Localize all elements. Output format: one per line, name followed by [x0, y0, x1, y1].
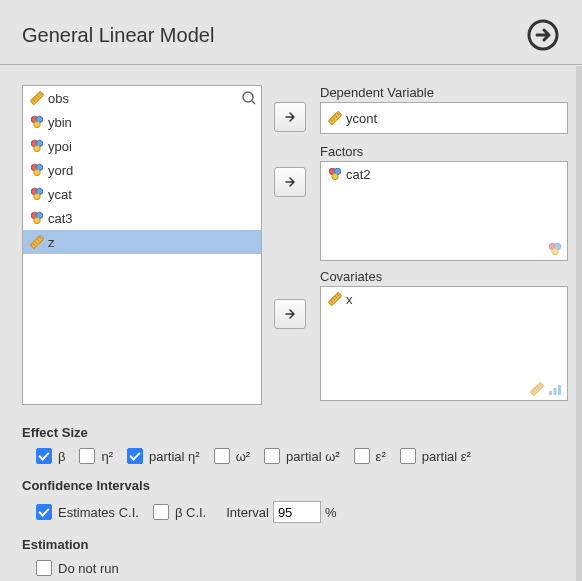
factors-item-label: cat2 — [346, 167, 371, 182]
move-to-dependent-button[interactable] — [274, 102, 306, 132]
arrow-right-icon — [283, 307, 297, 321]
factors-label: Factors — [320, 144, 568, 159]
partial_epsilon2-checkbox[interactable] — [400, 448, 416, 464]
ruler-icon — [327, 291, 343, 307]
variable-list[interactable]: obsybinypoiyordycatcat3z — [22, 85, 262, 405]
variable-item-label: ypoi — [48, 139, 72, 154]
partial_eta2-label: partial η² — [149, 449, 200, 464]
svg-point-1 — [243, 92, 253, 102]
arrow-right-icon — [283, 175, 297, 189]
effect-size-heading: Effect Size — [22, 425, 568, 440]
svg-rect-50 — [554, 388, 557, 395]
confidence-heading: Confidence Intervals — [22, 478, 568, 493]
variable-item-label: ycat — [48, 187, 72, 202]
nominal-icon — [29, 114, 45, 130]
covariates-permitted-icons — [529, 381, 563, 397]
partial_omega2-checkbox[interactable] — [264, 448, 280, 464]
svg-point-13 — [34, 145, 40, 151]
epsilon2-label: ε² — [376, 449, 386, 464]
variable-item-label: yord — [48, 163, 73, 178]
search-icon[interactable] — [241, 90, 257, 109]
svg-line-2 — [252, 101, 255, 104]
scrollbar[interactable] — [576, 66, 582, 581]
dependent-item[interactable]: ycont — [321, 103, 567, 133]
move-buttons-column — [274, 85, 308, 405]
svg-rect-51 — [558, 385, 561, 395]
variable-item-label: obs — [48, 91, 69, 106]
nominal-icon — [29, 138, 45, 154]
svg-rect-49 — [549, 391, 552, 395]
ruler-icon — [29, 90, 45, 106]
variable-item-ycat[interactable]: ycat — [23, 182, 261, 206]
dependent-item-label: ycont — [346, 111, 377, 126]
partial_epsilon2-label: partial ε² — [422, 449, 471, 464]
epsilon2-checkbox[interactable] — [354, 448, 370, 464]
factors-permitted-icons — [547, 241, 563, 257]
covariates-box[interactable]: x — [320, 286, 568, 401]
svg-point-38 — [552, 248, 558, 254]
eta2-checkbox[interactable] — [79, 448, 95, 464]
interval-unit: % — [325, 505, 337, 520]
nominal-icon — [327, 166, 343, 182]
variable-item-cat3[interactable]: cat3 — [23, 206, 261, 230]
partial_eta2-checkbox[interactable] — [127, 448, 143, 464]
svg-rect-3 — [30, 91, 43, 104]
svg-point-10 — [34, 121, 40, 127]
factors-item[interactable]: cat2 — [321, 162, 567, 186]
covariates-item-label: x — [346, 292, 353, 307]
beta-label: β — [58, 449, 65, 464]
arrow-right-icon — [283, 110, 297, 124]
header: General Linear Model — [0, 0, 582, 65]
svg-point-35 — [332, 173, 338, 179]
svg-rect-28 — [328, 111, 341, 124]
svg-rect-39 — [328, 292, 341, 305]
estimation-heading: Estimation — [22, 537, 568, 552]
ruler-icon — [29, 234, 45, 250]
nominal-icon — [29, 186, 45, 202]
nominal-icon — [29, 162, 45, 178]
beta-ci-label: β C.I. — [175, 505, 206, 520]
covariates-label: Covariates — [320, 269, 568, 284]
variable-item-obs[interactable]: obs — [23, 86, 261, 110]
svg-rect-23 — [30, 235, 43, 248]
variable-item-label: ybin — [48, 115, 72, 130]
estimates-ci-checkbox[interactable] — [36, 504, 52, 520]
svg-rect-44 — [530, 382, 543, 395]
variable-item-ypoi[interactable]: ypoi — [23, 134, 261, 158]
variable-item-ybin[interactable]: ybin — [23, 110, 261, 134]
interval-input[interactable] — [273, 501, 321, 523]
beta-ci-checkbox[interactable] — [153, 504, 169, 520]
interval-label: Interval — [226, 505, 269, 520]
svg-point-22 — [34, 217, 40, 223]
move-to-factors-button[interactable] — [274, 167, 306, 197]
partial_omega2-label: partial ω² — [286, 449, 340, 464]
factors-box[interactable]: cat2 — [320, 161, 568, 261]
move-to-covariates-button[interactable] — [274, 299, 306, 329]
eta2-label: η² — [101, 449, 113, 464]
estimation-section: Estimation Do not run — [22, 537, 568, 576]
beta-checkbox[interactable] — [36, 448, 52, 464]
estimates-ci-label: Estimates C.I. — [58, 505, 139, 520]
variable-item-yord[interactable]: yord — [23, 158, 261, 182]
do-not-run-label: Do not run — [58, 561, 119, 576]
variable-item-label: z — [48, 235, 55, 250]
confidence-section: Confidence Intervals Estimates C.I. β C.… — [22, 478, 568, 523]
dependent-box[interactable]: ycont — [320, 102, 568, 134]
omega2-label: ω² — [236, 449, 250, 464]
ruler-icon — [327, 110, 343, 126]
omega2-checkbox[interactable] — [214, 448, 230, 464]
svg-point-19 — [34, 193, 40, 199]
effect-size-section: Effect Size βη²partial η²ω²partial ω²ε²p… — [22, 425, 568, 464]
arrow-right-circle-icon — [526, 18, 560, 52]
page-title: General Linear Model — [22, 24, 214, 47]
variable-item-z[interactable]: z — [23, 230, 261, 254]
do-not-run-checkbox[interactable] — [36, 560, 52, 576]
proceed-button[interactable] — [526, 18, 560, 52]
nominal-icon — [29, 210, 45, 226]
svg-point-16 — [34, 169, 40, 175]
variable-item-label: cat3 — [48, 211, 73, 226]
covariates-item[interactable]: x — [321, 287, 567, 311]
dependent-label: Dependent Variable — [320, 85, 568, 100]
